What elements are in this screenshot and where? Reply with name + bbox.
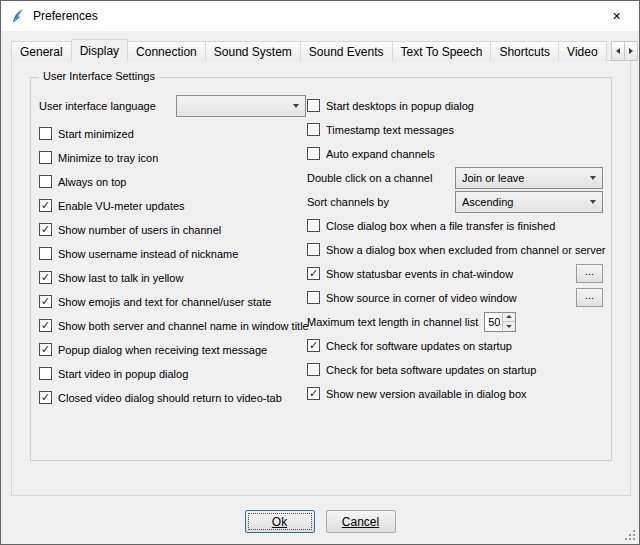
language-row: User interface language (39, 94, 307, 117)
language-label: User interface language (39, 100, 176, 112)
checkbox-box (39, 151, 52, 164)
checkbox-box (307, 267, 320, 280)
settings-checkbox[interactable]: Always on top (39, 170, 307, 193)
arrow-down-icon (506, 325, 512, 328)
checkbox-box (307, 99, 320, 112)
tab[interactable]: Display (71, 39, 128, 61)
statusbar-events-row: Show statusbar events in chat-window ... (307, 262, 603, 285)
tab-scroll-left-button[interactable] (611, 41, 625, 61)
sort-channels-combobox[interactable]: Ascending (455, 191, 603, 213)
display-tab-panel: User Interface Settings User interface l… (11, 60, 631, 496)
settings-checkbox[interactable]: Show both server and channel name in win… (39, 314, 307, 337)
checkbox-label: Timestamp text messages (326, 124, 454, 136)
arrow-left-icon (616, 48, 620, 54)
checkbox-box (39, 127, 52, 140)
checkbox-start-desktops-popup[interactable]: Start desktops in popup dialog (307, 94, 603, 117)
settings-checkbox[interactable]: Show emojis and text for channel/user st… (39, 290, 307, 313)
spin-down-button[interactable] (503, 322, 515, 331)
language-combobox[interactable] (176, 95, 306, 117)
checkbox-label: Show a dialog box when excluded from cha… (326, 244, 605, 256)
max-text-length-spinner[interactable]: 50 (484, 312, 516, 332)
checkbox-label: Start desktops in popup dialog (326, 100, 474, 112)
titlebar[interactable]: Preferences ✕ (1, 1, 639, 31)
checkbox-auto-expand-channels[interactable]: Auto expand channels (307, 142, 603, 165)
settings-checkbox[interactable]: Minimize to tray icon (39, 146, 307, 169)
close-icon: ✕ (612, 10, 621, 23)
checkbox-label: Show number of users in channel (58, 224, 221, 236)
settings-checkbox[interactable]: Show last to talk in yellow (39, 266, 307, 289)
close-button[interactable]: ✕ (594, 1, 639, 31)
settings-checkbox[interactable]: Start video in popup dialog (39, 362, 307, 385)
app-icon (10, 8, 26, 24)
group-title: User Interface Settings (39, 70, 159, 82)
arrow-up-icon (506, 315, 512, 318)
checkbox-box (39, 199, 52, 212)
checkbox-close-on-file-transfer[interactable]: Close dialog box when a file transfer is… (307, 214, 603, 237)
tab-label: Text To Speech (401, 45, 483, 59)
checkbox-statusbar-events[interactable]: Show statusbar events in chat-window (307, 267, 513, 280)
checkbox-box (307, 339, 320, 352)
checkbox-box (307, 243, 320, 256)
spinner-buttons (502, 313, 515, 331)
tab[interactable]: Text To Speech (392, 41, 492, 61)
checkbox-show-new-version[interactable]: Show new version available in dialog box (307, 382, 603, 405)
checkbox-box (307, 363, 320, 376)
settings-checkbox[interactable]: Start minimized (39, 122, 307, 145)
checkbox-label: Show statusbar events in chat-window (326, 268, 513, 280)
ok-button-label: Ok (272, 515, 287, 529)
tab[interactable]: Sound Events (300, 41, 393, 61)
resize-grip[interactable] (624, 529, 636, 541)
window-title: Preferences (33, 9, 98, 23)
checkbox-label: Show new version available in dialog box (326, 388, 527, 400)
tab-scroll-right-button[interactable] (624, 41, 638, 61)
combobox-value: Join or leave (462, 172, 586, 184)
statusbar-events-more-button[interactable]: ... (576, 264, 603, 283)
spinner-value[interactable]: 50 (485, 313, 502, 331)
tab[interactable]: Shortcuts (490, 41, 559, 61)
settings-checkbox[interactable]: Closed video dialog should return to vid… (39, 386, 307, 409)
settings-checkbox[interactable]: Show number of users in channel (39, 218, 307, 241)
checkbox-label: Always on top (58, 176, 126, 188)
checkbox-box (39, 223, 52, 236)
settings-columns: User interface language Start minimized (39, 94, 603, 410)
chevron-down-icon (590, 200, 596, 204)
tab[interactable]: Sound System (205, 41, 301, 61)
button-row: Ok Cancel (11, 510, 629, 533)
checkbox-video-source-corner[interactable]: Show source in corner of video window (307, 291, 517, 304)
double-click-combobox[interactable]: Join or leave (455, 167, 603, 189)
tab-scroller (612, 41, 638, 61)
checkbox-check-updates[interactable]: Check for software updates on startup (307, 334, 603, 357)
double-click-row: Double click on a channel Join or leave (307, 166, 603, 189)
settings-checkbox[interactable]: Popup dialog when receiving text message (39, 338, 307, 361)
tab[interactable]: Connection (127, 41, 206, 61)
cancel-button-label: Cancel (342, 515, 379, 529)
user-interface-settings-group: User Interface Settings User interface l… (30, 77, 612, 461)
spin-up-button[interactable] (503, 313, 515, 323)
sort-channels-label: Sort channels by (307, 196, 389, 208)
cancel-button[interactable]: Cancel (326, 510, 396, 533)
checkbox-box (307, 123, 320, 136)
tab-bar: General Display Connection Sound System (11, 39, 631, 61)
checkbox-label: Show last to talk in yellow (58, 272, 183, 284)
checkbox-box (39, 391, 52, 404)
tab-label: Connection (136, 45, 197, 59)
tab[interactable]: Video (558, 41, 606, 61)
ok-button[interactable]: Ok (245, 510, 315, 533)
checkbox-timestamp-messages[interactable]: Timestamp text messages (307, 118, 603, 141)
tab-label: Sound Events (309, 45, 384, 59)
settings-checkbox[interactable]: Show username instead of nickname (39, 242, 307, 265)
checkbox-label: Closed video dialog should return to vid… (58, 392, 282, 404)
checkbox-check-beta-updates[interactable]: Check for beta software updates on start… (307, 358, 603, 381)
checkbox-label: Check for beta software updates on start… (326, 364, 536, 376)
checkbox-box (39, 175, 52, 188)
checkbox-box (307, 291, 320, 304)
video-source-more-button[interactable]: ... (576, 288, 603, 307)
checkbox-label: Popup dialog when receiving text message (58, 344, 267, 356)
checkbox-box (39, 271, 52, 284)
settings-checkbox[interactable]: Enable VU-meter updates (39, 194, 307, 217)
tab-label: Video (567, 45, 597, 59)
checkbox-dialog-when-excluded[interactable]: Show a dialog box when excluded from cha… (307, 238, 603, 261)
sort-channels-row: Sort channels by Ascending (307, 190, 603, 213)
checkbox-label: Start video in popup dialog (58, 368, 188, 380)
tab[interactable]: General (11, 41, 72, 61)
